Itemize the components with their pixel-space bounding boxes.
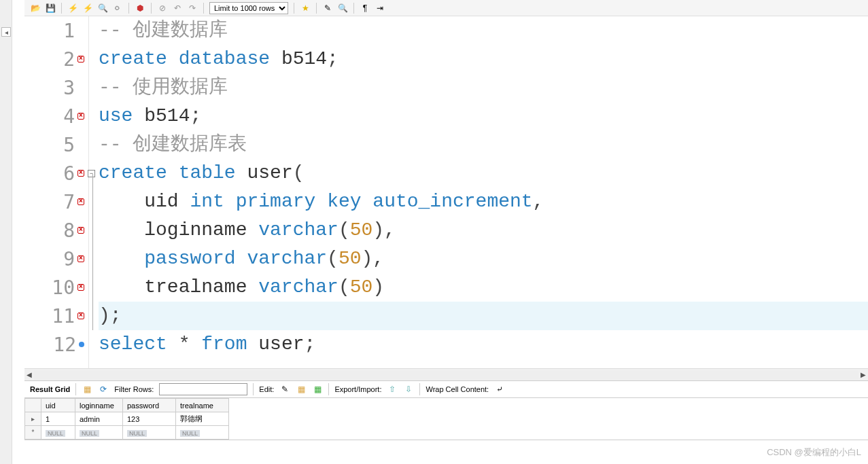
autocommit-icon[interactable]: ⊘ xyxy=(157,3,168,14)
find-icon[interactable]: 🔍 xyxy=(337,3,348,14)
stop-icon[interactable]: ⭘ xyxy=(112,3,123,14)
explain-icon[interactable]: 🔍 xyxy=(97,3,108,14)
line-gutter[interactable]: 11 xyxy=(24,302,88,330)
cell[interactable]: 123 xyxy=(123,412,176,426)
beautify-icon[interactable]: ✎ xyxy=(322,3,333,14)
row-header-corner xyxy=(25,399,41,412)
code-line[interactable]: ); xyxy=(99,302,868,330)
line-gutter[interactable]: 12 xyxy=(24,330,88,359)
export-icon[interactable]: ⇧ xyxy=(387,384,398,395)
column-header[interactable]: loginname xyxy=(75,399,123,412)
editor-hscrollbar[interactable]: ◀ ▶ xyxy=(24,368,868,380)
scroll-left-icon[interactable]: ◀ xyxy=(24,370,34,380)
code-line[interactable]: create table user( xyxy=(99,159,868,188)
cell[interactable]: 1 xyxy=(41,412,75,426)
error-marker-icon[interactable] xyxy=(77,113,84,120)
line-gutter[interactable]: 4 xyxy=(24,102,88,130)
error-marker-icon[interactable] xyxy=(77,255,84,262)
code-line[interactable]: create database b514; xyxy=(99,45,868,73)
refresh-icon[interactable]: ⟳ xyxy=(98,384,109,395)
code-line[interactable]: password varchar(50), xyxy=(99,245,868,273)
cell[interactable]: admin xyxy=(75,412,123,426)
toolbar-separator xyxy=(203,3,204,14)
rollback-icon[interactable]: ↶ xyxy=(172,3,183,14)
execute-step-icon[interactable]: ⚡ xyxy=(82,3,93,14)
line-number: 4 xyxy=(63,105,75,128)
commit-icon[interactable]: ⬢ xyxy=(135,3,145,14)
wrap-cell-label: Wrap Cell Content: xyxy=(426,385,489,393)
import-icon[interactable]: ⇩ xyxy=(403,384,414,395)
toolbar-separator xyxy=(353,3,354,14)
column-header[interactable]: trealname xyxy=(176,399,229,412)
code-line[interactable]: use b514; xyxy=(99,102,868,130)
toolbar-separator xyxy=(294,3,294,14)
cell[interactable]: NULL xyxy=(75,426,123,440)
scroll-right-icon[interactable]: ▶ xyxy=(858,370,868,380)
line-number: 6 xyxy=(63,162,75,185)
line-number: 3 xyxy=(63,77,75,99)
sql-editor[interactable]: 123456−789101112 -- 创建数据库create database… xyxy=(24,16,868,368)
open-file-icon[interactable]: 📂 xyxy=(30,3,41,14)
line-gutter[interactable]: 5 xyxy=(24,130,88,159)
delete-row-icon[interactable]: ▦ xyxy=(312,384,323,395)
toggle-invisible-icon[interactable]: ¶ xyxy=(360,3,370,14)
null-badge: NULL xyxy=(80,430,99,437)
toolbar-separator xyxy=(316,3,317,14)
error-marker-icon[interactable] xyxy=(77,313,84,319)
collapse-panel-button[interactable]: ◂ xyxy=(1,27,11,37)
favorite-icon[interactable]: ★ xyxy=(300,3,311,14)
result-grid[interactable]: uidloginnamepasswordtrealname▸1admin123郭… xyxy=(24,398,868,440)
row-selector[interactable]: ▸ xyxy=(25,412,41,426)
fold-guide-line xyxy=(92,174,93,330)
column-header[interactable]: uid xyxy=(41,399,75,412)
line-gutter[interactable]: 6− xyxy=(24,159,88,188)
save-icon[interactable]: 💾 xyxy=(45,3,56,14)
error-marker-icon[interactable] xyxy=(77,56,84,63)
line-gutter[interactable]: 1 xyxy=(24,16,88,45)
breakpoint-icon[interactable] xyxy=(79,342,84,347)
wrap-icon[interactable]: ⇥ xyxy=(375,3,385,14)
toolbar-separator xyxy=(151,3,152,14)
export-import-label: Export/Import: xyxy=(334,385,381,393)
null-badge: NULL xyxy=(127,430,147,437)
line-gutter[interactable]: 8 xyxy=(24,216,88,245)
code-line[interactable]: -- 使用数据库 xyxy=(99,73,868,102)
transaction-icon[interactable]: ↷ xyxy=(187,3,198,14)
wrap-cell-icon[interactable]: ⤶ xyxy=(494,384,505,395)
line-number: 12 xyxy=(53,334,76,356)
error-marker-icon[interactable] xyxy=(77,227,84,234)
error-marker-icon[interactable] xyxy=(77,198,84,205)
line-gutter[interactable]: 2 xyxy=(24,45,88,73)
code-line[interactable]: trealname varchar(50) xyxy=(99,273,868,302)
line-gutter[interactable]: 9 xyxy=(24,245,88,273)
error-marker-icon[interactable] xyxy=(77,170,84,177)
add-row-icon[interactable]: ▦ xyxy=(296,384,307,395)
table-row[interactable]: *NULLNULLNULLNULL xyxy=(25,426,229,440)
filter-rows-input[interactable] xyxy=(159,383,247,395)
cell[interactable]: 郭德纲 xyxy=(176,412,229,426)
line-gutter[interactable]: 3 xyxy=(24,73,88,102)
execute-icon[interactable]: ⚡ xyxy=(67,3,78,14)
null-badge: NULL xyxy=(180,430,200,437)
code-line[interactable]: uid int primary key auto_increment, xyxy=(99,188,868,216)
cell[interactable]: NULL xyxy=(41,426,75,440)
row-selector[interactable]: * xyxy=(25,426,41,440)
code-line[interactable]: -- 创建数据库 xyxy=(99,16,868,45)
code-line[interactable]: select * from user; xyxy=(99,330,868,359)
toolbar-separator xyxy=(61,3,62,14)
edit-row-icon[interactable]: ✎ xyxy=(279,384,290,395)
line-gutter[interactable]: 7 xyxy=(24,188,88,216)
code-line[interactable]: loginname varchar(50), xyxy=(99,216,868,245)
cell[interactable]: NULL xyxy=(123,426,176,440)
cell[interactable]: NULL xyxy=(176,426,229,440)
error-marker-icon[interactable] xyxy=(77,284,84,291)
scroll-track[interactable] xyxy=(34,370,858,380)
code-line[interactable]: -- 创建数据库表 xyxy=(99,130,868,159)
column-header[interactable]: password xyxy=(123,399,176,412)
line-number: 9 xyxy=(63,248,75,270)
row-limit-select[interactable]: Limit to 1000 rows xyxy=(209,2,288,14)
table-row[interactable]: ▸1admin123郭德纲 xyxy=(25,412,229,426)
null-badge: NULL xyxy=(46,430,65,437)
line-gutter[interactable]: 10 xyxy=(24,273,88,302)
grid-view-icon[interactable]: ▦ xyxy=(82,384,92,395)
